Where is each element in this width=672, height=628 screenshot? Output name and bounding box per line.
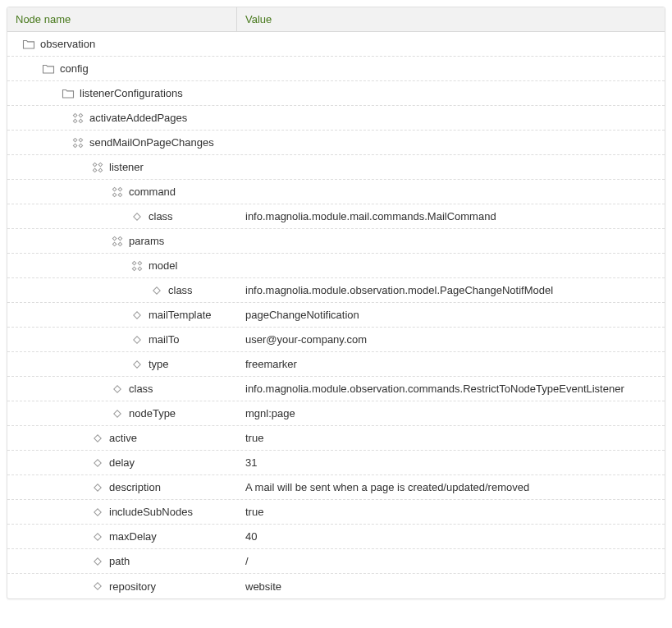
- folder-icon: [62, 87, 75, 100]
- folder-icon: [22, 38, 35, 51]
- property-icon: [111, 383, 124, 396]
- content-node-icon: [71, 112, 85, 125]
- node-label: config: [60, 62, 89, 75]
- node-label: class: [168, 284, 193, 296]
- tree-row[interactable]: nodeTypemgnl:page: [7, 401, 665, 426]
- folder-icon: [42, 62, 55, 76]
- node-label: description: [109, 481, 161, 493]
- tree-cell-value[interactable]: pageChangeNotification: [237, 309, 665, 321]
- tree-row[interactable]: classinfo.magnolia.module.mail.commands.…: [7, 204, 665, 229]
- tree-cell-name[interactable]: listenerConfigurations: [7, 87, 237, 100]
- tree-cell-name[interactable]: mailTemplate: [7, 309, 237, 322]
- tree-row[interactable]: observation: [7, 32, 665, 57]
- tree-cell-name[interactable]: model: [7, 259, 237, 273]
- property-icon: [91, 432, 104, 445]
- tree-cell-value[interactable]: user@your-company.com: [237, 333, 665, 346]
- tree-cell-name[interactable]: maxDelay: [7, 530, 237, 543]
- content-node-icon: [111, 235, 124, 248]
- tree-header: Node name Value: [7, 7, 665, 32]
- node-label: maxDelay: [109, 530, 157, 543]
- tree-cell-value[interactable]: true: [237, 432, 665, 444]
- header-col-name[interactable]: Node name: [7, 7, 237, 31]
- tree-row[interactable]: listener: [7, 155, 665, 180]
- tree-cell-name[interactable]: path: [7, 555, 237, 568]
- tree-cell-name[interactable]: config: [7, 62, 237, 76]
- tree-row[interactable]: config: [7, 57, 665, 81]
- content-node-icon: [111, 186, 124, 199]
- node-label: listenerConfigurations: [80, 87, 183, 99]
- tree-cell-name[interactable]: mailTo: [7, 333, 237, 346]
- tree-cell-value[interactable]: 31: [237, 456, 665, 469]
- tree-row[interactable]: mailTemplatepageChangeNotification: [7, 303, 665, 328]
- tree-cell-value[interactable]: mgnl:page: [237, 407, 665, 419]
- tree-cell-name[interactable]: active: [7, 432, 237, 445]
- tree-cell-name[interactable]: repository: [7, 580, 237, 593]
- tree-row[interactable]: activateAddedPages: [7, 106, 665, 131]
- tree-cell-value[interactable]: /: [237, 555, 665, 567]
- tree-cell-value[interactable]: website: [237, 580, 665, 593]
- tree-cell-value[interactable]: info.magnolia.module.observation.command…: [237, 383, 665, 395]
- property-icon: [130, 358, 144, 371]
- property-icon: [130, 210, 144, 223]
- tree-row[interactable]: path/: [7, 549, 665, 574]
- tree-row[interactable]: classinfo.magnolia.module.observation.co…: [7, 377, 665, 401]
- tree-cell-value[interactable]: 40: [237, 530, 665, 543]
- property-icon: [91, 481, 104, 494]
- property-icon: [111, 407, 124, 420]
- tree-row[interactable]: delay31: [7, 451, 665, 475]
- property-icon: [130, 309, 144, 322]
- tree-row[interactable]: activetrue: [7, 426, 665, 451]
- tree-row[interactable]: classinfo.magnolia.module.observation.mo…: [7, 278, 665, 303]
- node-label: class: [129, 383, 153, 395]
- node-label: type: [149, 358, 169, 370]
- tree-cell-name[interactable]: description: [7, 481, 237, 494]
- property-icon: [150, 284, 163, 297]
- tree-cell-name[interactable]: params: [7, 235, 237, 248]
- node-label: delay: [109, 456, 135, 469]
- tree-row[interactable]: command: [7, 180, 665, 204]
- tree-cell-value[interactable]: info.magnolia.module.observation.model.P…: [237, 284, 665, 296]
- node-label: mailTemplate: [149, 309, 212, 321]
- tree-cell-name[interactable]: nodeType: [7, 407, 237, 420]
- tree-row[interactable]: model: [7, 254, 665, 278]
- tree-cell-value[interactable]: info.magnolia.module.mail.commands.MailC…: [237, 210, 665, 222]
- tree-cell-name[interactable]: activateAddedPages: [7, 112, 237, 125]
- tree-cell-name[interactable]: class: [7, 383, 237, 396]
- tree-row[interactable]: maxDelay40: [7, 525, 665, 549]
- tree-cell-value[interactable]: true: [237, 506, 665, 518]
- node-label: nodeType: [129, 407, 176, 419]
- node-label: mailTo: [149, 333, 180, 346]
- header-col-value[interactable]: Value: [237, 13, 665, 25]
- node-label: listener: [109, 161, 144, 173]
- property-icon: [91, 530, 104, 543]
- node-label: activateAddedPages: [89, 112, 187, 124]
- property-icon: [91, 555, 104, 568]
- node-label: params: [129, 235, 164, 247]
- tree-cell-name[interactable]: sendMailOnPageChanges: [7, 136, 237, 149]
- tree-cell-name[interactable]: class: [7, 284, 237, 297]
- tree-cell-value[interactable]: A mail will be sent when a page is creat…: [237, 481, 665, 493]
- tree-row[interactable]: includeSubNodestrue: [7, 500, 665, 525]
- tree-row[interactable]: mailTouser@your-company.com: [7, 328, 665, 352]
- content-node-icon: [91, 161, 104, 174]
- tree-cell-name[interactable]: class: [7, 210, 237, 223]
- tree-cell-name[interactable]: type: [7, 358, 237, 371]
- tree-row[interactable]: descriptionA mail will be sent when a pa…: [7, 475, 665, 500]
- node-label: includeSubNodes: [109, 506, 193, 518]
- tree-row[interactable]: params: [7, 229, 665, 254]
- tree-row[interactable]: sendMailOnPageChanges: [7, 131, 665, 155]
- tree-cell-value[interactable]: freemarker: [237, 358, 665, 370]
- tree-row[interactable]: listenerConfigurations: [7, 81, 665, 106]
- tree-cell-name[interactable]: command: [7, 186, 237, 199]
- tree-cell-name[interactable]: listener: [7, 161, 237, 174]
- tree-cell-name[interactable]: delay: [7, 456, 237, 470]
- tree-row[interactable]: repositorywebsite: [7, 574, 665, 598]
- node-label: repository: [109, 580, 156, 593]
- node-label: sendMailOnPageChanges: [89, 136, 214, 149]
- tree-cell-name[interactable]: observation: [7, 38, 237, 51]
- tree-cell-name[interactable]: includeSubNodes: [7, 506, 237, 519]
- node-label: model: [149, 259, 177, 272]
- property-icon: [91, 506, 104, 519]
- node-label: class: [149, 210, 173, 222]
- tree-row[interactable]: typefreemarker: [7, 352, 665, 377]
